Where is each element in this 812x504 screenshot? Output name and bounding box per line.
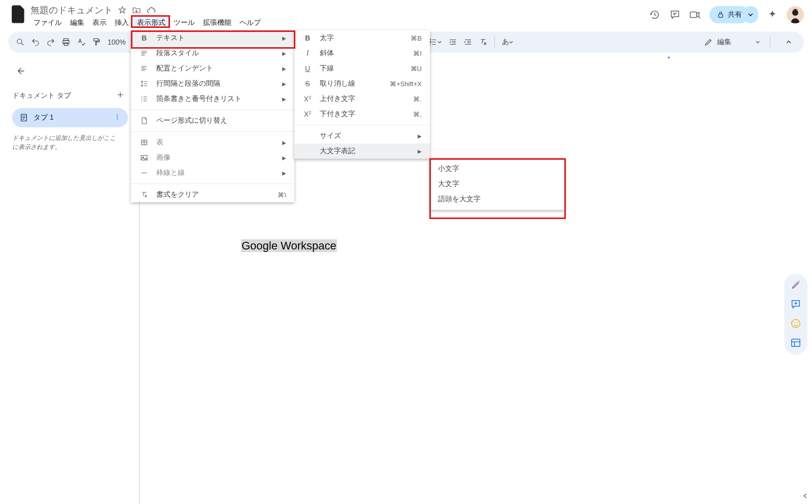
menu-bar: ファイル 編集 表示 挿入 表示形式 ツール 拡張機能 ヘルプ [30,17,649,28]
align-icon [139,64,149,73]
mi-page-orientation[interactable]: ページ形式に切り替え [131,113,294,128]
menu-extensions[interactable]: 拡張機能 [200,17,234,28]
svg-point-19 [117,117,118,118]
sidebar: ドキュメント タブ タブ 1 ドキュメントに追加した見出しがここに表示されます。 [0,57,132,504]
edit-mode-label: 編集 [717,38,731,47]
gemini-icon[interactable] [766,9,779,21]
table-icon [139,138,149,147]
mi-capitalization[interactable]: 大文字表記▶ [294,143,430,159]
undo-icon[interactable] [29,36,42,48]
mi-size[interactable]: サイズ▶ [294,128,430,143]
menu-insert[interactable]: 挿入 [112,17,132,28]
svg-point-5 [792,10,798,16]
mi-image: 画像▶ [131,150,294,165]
sidebar-note: ドキュメントに追加した見出しがここに表示されます。 [12,133,128,152]
underline-icon: U [302,64,313,73]
cloud-icon[interactable] [146,5,156,15]
submenu-arrow-icon: ▶ [282,35,286,41]
zoom-select[interactable]: 100% [106,36,128,48]
add-tab-icon[interactable] [116,90,125,101]
mi-superscript[interactable]: X2上付き文字⌘. [294,91,430,106]
mi-underline[interactable]: U下線⌘U [294,61,430,76]
svg-point-23 [797,322,798,323]
menu-view[interactable]: 表示 [89,17,110,28]
line-icon [139,169,149,177]
header-right: 共有 [649,4,804,23]
format-menu: Bテキスト▶ 段落スタイル▶ 配置とインデント▶ 行間隔と段落の間隔▶ 箇条書き… [131,30,294,202]
redo-icon[interactable] [45,36,57,48]
mi-line-spacing[interactable]: 行間隔と段落の間隔▶ [131,76,294,91]
tab-more-icon[interactable] [114,114,121,122]
menu-edit[interactable]: 編集 [67,17,87,28]
paragraph-icon [139,49,149,57]
spellcheck-icon[interactable] [75,36,87,48]
menu-format[interactable]: 表示形式 [134,17,168,28]
mi-bold[interactable]: B太字⌘B [294,30,430,46]
mi-subscript[interactable]: X2下付き文字⌘, [294,106,430,122]
svg-rect-0 [14,13,21,14]
svg-point-27 [141,100,142,101]
back-arrow-icon[interactable] [12,63,28,79]
ai-pencil-icon[interactable] [790,279,802,291]
mi-paragraph-styles[interactable]: 段落スタイル▶ [131,46,294,61]
comment-icon[interactable] [669,9,681,21]
title-area: 無題のドキュメント ファイル 編集 表示 挿入 表示形式 ツール 拡張機能 ヘル… [28,4,649,28]
svg-point-21 [792,319,800,328]
mi-lowercase[interactable]: 小文字 [430,161,565,176]
svg-rect-2 [14,18,19,19]
search-icon[interactable] [14,36,26,48]
mi-text[interactable]: Bテキスト▶ [131,30,294,46]
mi-align-indent[interactable]: 配置とインデント▶ [131,61,294,76]
add-comment-icon[interactable] [790,298,802,310]
sidebar-section-title: ドキュメント タブ [12,87,128,104]
indent-increase-icon[interactable] [462,36,474,48]
share-label: 共有 [728,10,742,19]
star-icon[interactable] [118,6,127,15]
mi-titlecase[interactable]: 語頭を大文字 [430,192,565,207]
docs-logo[interactable] [8,4,28,24]
mi-clear-formatting[interactable]: 書式をクリア⌘\ [131,187,294,202]
building-blocks-icon[interactable] [790,337,802,349]
history-icon[interactable] [649,9,661,21]
menu-file[interactable]: ファイル [30,17,65,28]
mi-strike[interactable]: S取り消し線⌘+Shift+X [294,76,430,91]
svg-rect-4 [719,14,723,18]
svg-point-22 [794,322,795,323]
share-dropdown[interactable] [743,6,758,23]
meet-icon[interactable] [689,9,701,21]
section-label: ドキュメント タブ [12,91,71,100]
mi-italic[interactable]: I斜体⌘I [294,46,430,61]
svg-rect-10 [94,39,98,41]
document-title[interactable]: 無題のドキュメント [30,4,113,16]
avatar[interactable] [787,6,804,23]
mi-bullets[interactable]: 箇条書きと番号付きリスト▶ [131,91,294,106]
menu-help[interactable]: ヘルプ [236,17,264,28]
format-paint-icon[interactable] [90,36,103,48]
corner-chevron-icon[interactable] [802,492,809,501]
mi-uppercase[interactable]: 大文字 [430,176,565,192]
menu-tools[interactable]: ツール [171,17,198,28]
emoji-icon[interactable] [790,317,802,330]
selected-text[interactable]: Google Workspace [241,239,337,252]
collapse-toolbar-icon[interactable] [780,33,798,51]
list-icon [139,95,149,103]
editing-mode[interactable]: 編集 [699,38,765,47]
bold-icon: B [302,34,313,42]
svg-point-18 [117,114,118,115]
mi-table: 表▶ [131,135,294,150]
svg-rect-1 [14,15,21,16]
sidebar-tab-1[interactable]: タブ 1 [12,108,128,127]
text-submenu: B太字⌘B I斜体⌘I U下線⌘U S取り消し線⌘+Shift+X X2上付き文… [294,30,430,159]
header: 無題のドキュメント ファイル 編集 表示 挿入 表示形式 ツール 拡張機能 ヘル… [0,0,812,27]
svg-rect-24 [792,339,800,347]
page-icon [139,117,149,125]
clear-format-icon[interactable] [477,36,489,48]
mi-borders: 枠線と線▶ [131,165,294,181]
ruler-tab-marker[interactable] [666,57,672,62]
move-icon[interactable] [132,6,141,15]
indent-decrease-icon[interactable] [447,36,459,48]
italic-icon: I [302,49,313,57]
svg-point-20 [117,119,118,120]
input-mode[interactable]: あ [500,36,515,48]
print-icon[interactable] [60,36,72,48]
